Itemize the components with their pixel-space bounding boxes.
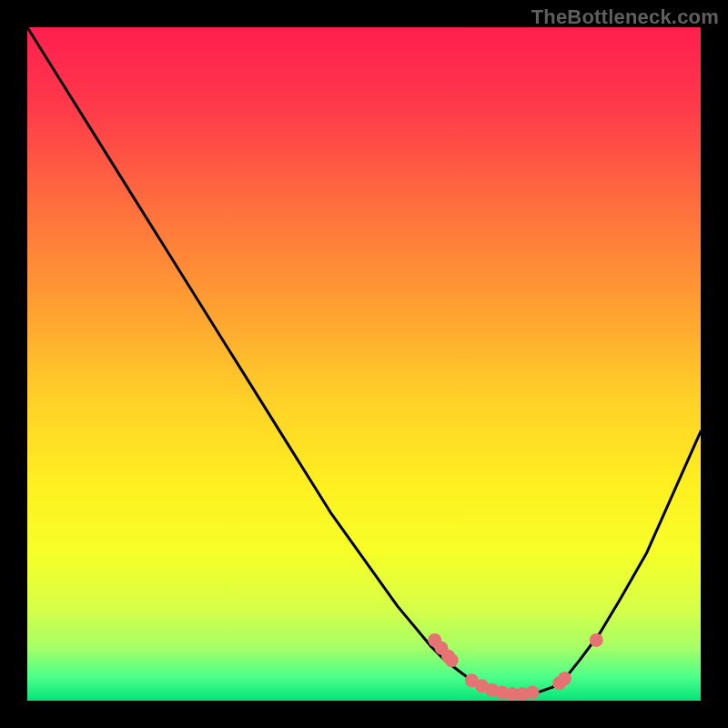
marker-point [445,653,459,667]
watermark-text: TheBottleneck.com [531,5,719,29]
chart-plot [27,27,701,701]
marker-point [558,672,571,685]
chart-frame: TheBottleneck.com [0,0,728,728]
marker-point [526,686,540,700]
chart-svg [27,27,701,701]
marker-point [590,633,603,647]
chart-background [27,27,701,701]
